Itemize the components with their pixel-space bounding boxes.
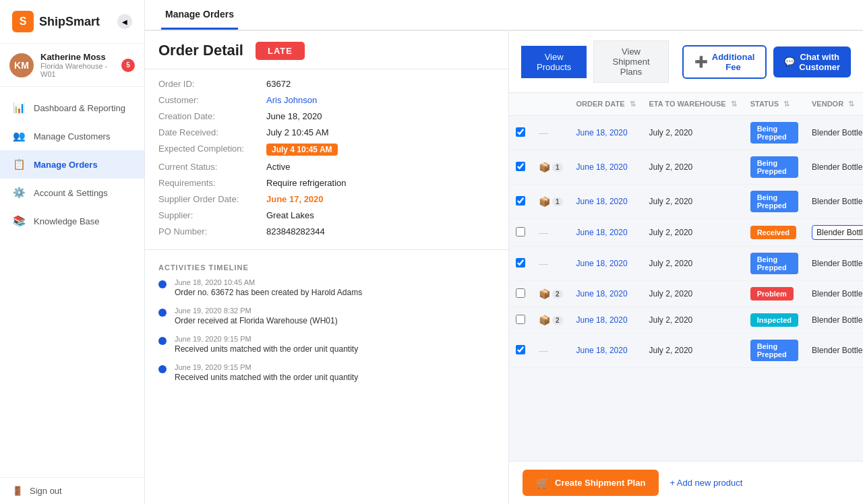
row-checkbox[interactable] bbox=[516, 345, 525, 354]
row-order-date[interactable]: June 18, 2020 bbox=[570, 116, 643, 150]
status-badge: Being Prepped bbox=[750, 191, 798, 212]
order-date-link[interactable]: June 18, 2020 bbox=[576, 315, 628, 325]
row-eta: July 2, 2020 bbox=[643, 219, 744, 247]
amazon-icon: 🛒 bbox=[536, 476, 549, 489]
signout-label: Sign out bbox=[30, 486, 62, 496]
order-date-link[interactable]: June 18, 2020 bbox=[576, 289, 628, 298]
col-status[interactable]: STATUS ⇅ bbox=[744, 93, 805, 116]
row-icon-cell: 📦 2 bbox=[532, 281, 570, 307]
col-eta[interactable]: ETA TO WAREHOUSE ⇅ bbox=[643, 93, 744, 116]
notification-badge[interactable]: 5 bbox=[121, 59, 135, 72]
row-order-date[interactable]: June 18, 2020 bbox=[570, 307, 643, 334]
supplier-value: Great Lakes bbox=[266, 210, 314, 220]
row-order-date[interactable]: June 18, 2020 bbox=[570, 219, 643, 247]
customer-value[interactable]: Aris Johnson bbox=[266, 95, 317, 105]
row-checkbox[interactable] bbox=[516, 162, 525, 171]
status-badge: Being Prepped bbox=[750, 253, 798, 274]
sidebar-collapse-button[interactable]: ◀ bbox=[117, 14, 132, 29]
no-icon: — bbox=[539, 345, 548, 356]
date-received-row: Date Received: July 2 10:45 AM bbox=[158, 127, 495, 137]
row-icon-cell: — bbox=[532, 247, 570, 281]
row-checkbox-cell bbox=[509, 185, 532, 219]
creation-date-row: Creation Date: June 18, 2020 bbox=[158, 111, 495, 121]
row-order-date[interactable]: June 18, 2020 bbox=[570, 150, 643, 185]
sidebar-item-label-orders: Manage Orders bbox=[34, 160, 98, 170]
row-vendor: Blender Bottle bbox=[805, 185, 863, 219]
row-status: Received bbox=[744, 219, 805, 247]
app-name: ShipSmart bbox=[39, 15, 100, 29]
row-status: Being Prepped bbox=[744, 150, 805, 185]
requirements-label: Requirements: bbox=[158, 178, 266, 188]
sidebar: S ShipSmart ◀ KM Katherine Moss Florida … bbox=[0, 0, 145, 504]
row-order-date[interactable]: June 18, 2020 bbox=[570, 185, 643, 219]
tab-manage-orders[interactable]: Manage Orders bbox=[161, 1, 238, 30]
row-checkbox[interactable] bbox=[516, 258, 525, 267]
sidebar-item-dashboard[interactable]: 📊 Dashboard & Reporting bbox=[0, 94, 144, 122]
products-table-wrapper: ORDER DATE ⇅ ETA TO WAREHOUSE ⇅ STATUS ⇅… bbox=[509, 93, 863, 461]
order-date-link[interactable]: June 18, 2020 bbox=[576, 228, 628, 237]
sidebar-item-customers[interactable]: 👥 Manage Customers bbox=[0, 122, 144, 150]
row-icon-cell: 📦 1 bbox=[532, 150, 570, 185]
main-content: Manage Orders Order Detail LATE Order ID… bbox=[145, 0, 863, 504]
row-order-date[interactable]: June 18, 2020 bbox=[570, 281, 643, 307]
po-label: PO Number: bbox=[158, 226, 266, 237]
customers-icon: 👥 bbox=[12, 129, 26, 143]
timeline-item-1: June 19, 2020 8:32 PM Order received at … bbox=[158, 307, 495, 325]
row-vendor[interactable] bbox=[805, 219, 863, 247]
view-shipment-plans-tab[interactable]: View Shipment Plans bbox=[593, 40, 668, 83]
order-id-label: Order ID: bbox=[158, 79, 266, 89]
timeline-text-1: Order received at Florida Warehouse (WH0… bbox=[175, 316, 338, 325]
status-value: Active bbox=[266, 162, 290, 172]
order-date-link[interactable]: June 18, 2020 bbox=[576, 346, 628, 355]
row-icon-cell: — bbox=[532, 116, 570, 150]
order-date-link[interactable]: June 18, 2020 bbox=[576, 197, 628, 206]
view-products-tab[interactable]: View Products bbox=[521, 46, 587, 78]
timeline-date-3: June 19, 2020 9:15 PM bbox=[175, 363, 358, 371]
status-badge: Inspected bbox=[750, 313, 798, 327]
row-checkbox[interactable] bbox=[516, 196, 525, 206]
vendor-input[interactable] bbox=[812, 225, 863, 240]
sidebar-item-knowledge[interactable]: 📚 Knowledge Base bbox=[0, 207, 144, 235]
order-date-link[interactable]: June 18, 2020 bbox=[576, 128, 628, 137]
row-checkbox-cell bbox=[509, 307, 532, 334]
row-eta: July 2, 2020 bbox=[643, 185, 744, 219]
orders-icon: 📋 bbox=[12, 158, 26, 171]
order-detail-title: Order Detail bbox=[158, 42, 243, 59]
signout-button[interactable]: 🚪 Sign out bbox=[12, 486, 62, 496]
row-vendor: Blender Bottle bbox=[805, 281, 863, 307]
row-checkbox[interactable] bbox=[516, 288, 525, 298]
chat-icon: 💬 bbox=[784, 57, 795, 67]
additional-fee-button[interactable]: ➕ Additional Fee bbox=[682, 45, 767, 79]
sidebar-item-account[interactable]: ⚙️ Account & Settings bbox=[0, 179, 144, 207]
table-row: 📦 1 June 18, 2020July 2, 2020Being Prepp… bbox=[509, 185, 863, 219]
sidebar-logo-area: S ShipSmart ◀ bbox=[0, 0, 144, 44]
status-label: Current Status: bbox=[158, 162, 266, 172]
row-checkbox-cell bbox=[509, 334, 532, 368]
no-icon: — bbox=[539, 227, 548, 238]
row-checkbox[interactable] bbox=[516, 315, 525, 324]
row-vendor: Blender Bottle bbox=[805, 150, 863, 185]
row-checkbox[interactable] bbox=[516, 227, 525, 237]
timeline-item-2: June 19, 2020 9:15 PM Received units mat… bbox=[158, 335, 495, 354]
row-eta: July 2, 2020 bbox=[643, 334, 744, 368]
row-checkbox[interactable] bbox=[516, 127, 525, 137]
col-order-date[interactable]: ORDER DATE ⇅ bbox=[570, 93, 643, 116]
order-id-value: 63672 bbox=[266, 79, 291, 89]
create-shipment-plan-button[interactable]: 🛒 Create Shipment Plan bbox=[523, 470, 659, 496]
col-vendor[interactable]: VENDOR ⇅ bbox=[805, 93, 863, 116]
chat-with-customer-button[interactable]: 💬 Chat with Customer bbox=[773, 46, 851, 77]
row-order-date[interactable]: June 18, 2020 bbox=[570, 247, 643, 281]
row-status: Problem bbox=[744, 281, 805, 307]
plus-icon: ➕ bbox=[694, 55, 708, 68]
timeline-text-2: Received units matched with the order un… bbox=[175, 344, 358, 354]
row-icon-cell: — bbox=[532, 219, 570, 247]
order-date-link[interactable]: June 18, 2020 bbox=[576, 162, 628, 172]
table-footer: 🛒 Create Shipment Plan + Add new product bbox=[509, 461, 863, 504]
sidebar-nav: 📊 Dashboard & Reporting 👥 Manage Custome… bbox=[0, 87, 144, 477]
sidebar-item-orders[interactable]: 📋 Manage Orders bbox=[0, 150, 144, 179]
order-date-link[interactable]: June 18, 2020 bbox=[576, 259, 628, 268]
row-order-date[interactable]: June 18, 2020 bbox=[570, 334, 643, 368]
ship-icon: 📦 bbox=[539, 315, 550, 325]
user-info: Katherine Moss Florida Warehouse - W01 bbox=[40, 52, 115, 78]
add-new-product-link[interactable]: + Add new product bbox=[669, 478, 742, 488]
